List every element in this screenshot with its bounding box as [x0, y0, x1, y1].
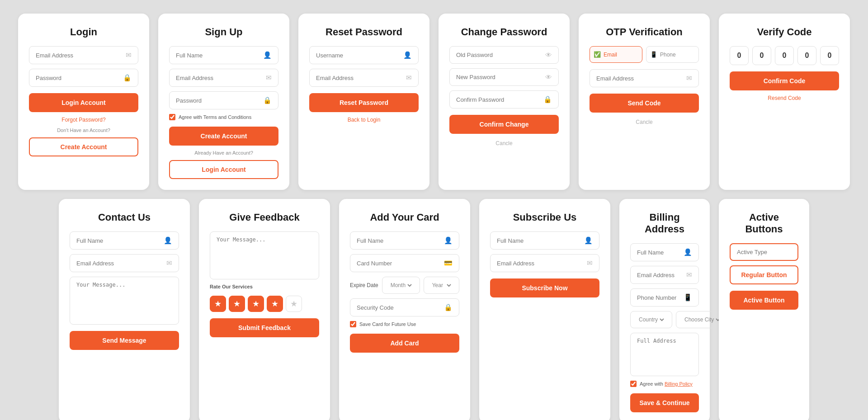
save-card-row: Save Card for Future Use — [350, 321, 459, 327]
otp-card: OTP Verification ✅ Email 📱 Phone ✉ Send … — [579, 14, 710, 190]
new-password-input[interactable] — [456, 74, 542, 80]
code-digit-2[interactable] — [752, 46, 771, 65]
login-email-input[interactable] — [36, 52, 123, 59]
billing-email-input[interactable] — [637, 272, 684, 278]
eye-icon: 👁 — [545, 73, 552, 81]
billing-address-input[interactable] — [637, 338, 692, 369]
confirm-change-button[interactable]: Confirm Change — [449, 115, 559, 134]
resend-code-link[interactable]: Resend Code — [730, 95, 839, 101]
billing-agree-checkbox[interactable] — [630, 381, 637, 387]
billing-country-wrap: Country — [630, 311, 672, 328]
phone-icon: 📱 — [650, 51, 657, 58]
card-icon: 💳 — [444, 259, 453, 267]
reset-password-button[interactable]: Reset Password — [309, 93, 419, 112]
signup-create-button[interactable]: Create Account — [169, 127, 278, 146]
contact-message-input[interactable] — [76, 282, 172, 318]
add-card-fullname-input[interactable] — [357, 237, 441, 244]
star-5[interactable]: ★ — [286, 296, 302, 312]
mail-icon: ✉ — [686, 74, 692, 82]
billing-policy-link[interactable]: Billing Policy — [665, 381, 693, 387]
signup-fullname-input[interactable] — [176, 52, 260, 59]
give-feedback-title: Give Feedback — [210, 212, 319, 223]
login-card: Login ✉ 🔒 Login Account Forgot Password?… — [18, 14, 149, 190]
agree-terms-checkbox[interactable] — [169, 114, 175, 120]
otp-tab-email-label: Email — [604, 52, 617, 58]
active-buttons-title: Active Buttons — [730, 212, 798, 235]
billing-phone-input[interactable] — [637, 294, 681, 301]
star-1[interactable]: ★ — [210, 296, 226, 312]
code-digit-5[interactable] — [820, 46, 839, 65]
code-digit-1[interactable] — [730, 46, 749, 65]
contact-us-card: Contact Us 👤 ✉ Send Message — [59, 199, 190, 420]
subscribe-email-input[interactable] — [497, 260, 584, 267]
person-icon: 👤 — [684, 248, 692, 256]
billing-fullname-input[interactable] — [637, 249, 681, 256]
person-icon: 👤 — [584, 236, 593, 245]
add-card-button[interactable]: Add Card — [350, 334, 459, 353]
change-password-card: Change Password 👁 👁 🔒 Confirm Change Can… — [439, 14, 570, 190]
billing-title: Billing Address — [630, 212, 699, 235]
login-account-button[interactable]: Login Account — [29, 93, 138, 112]
login-password-wrap: 🔒 — [29, 69, 138, 87]
billing-city-select[interactable]: Choose City — [683, 316, 722, 323]
save-card-checkbox[interactable] — [350, 321, 356, 327]
active-type-input[interactable] — [737, 249, 791, 255]
signup-email-input[interactable] — [176, 75, 263, 81]
year-select[interactable]: Year — [430, 282, 453, 289]
card-number-wrap: 💳 — [350, 254, 459, 272]
no-account-text: Don't Have an Account? — [29, 127, 138, 133]
change-cancel-text[interactable]: Cancle — [449, 140, 559, 146]
reset-email-input[interactable] — [316, 75, 403, 81]
otp-email-input[interactable] — [596, 75, 684, 82]
signup-password-input[interactable] — [176, 97, 260, 104]
billing-country-select[interactable]: Country — [637, 316, 665, 323]
reset-username-wrap: 👤 — [309, 46, 419, 64]
mail-icon: ✉ — [126, 51, 132, 59]
back-to-login-link[interactable]: Back to Login — [309, 117, 419, 123]
verify-code-card: Verify Code Confirm Code Resend Code — [719, 14, 850, 190]
signup-login-button[interactable]: Login Account — [169, 160, 278, 179]
subscribe-button[interactable]: Subscribe Now — [490, 278, 599, 297]
new-password-wrap: 👁 — [449, 68, 559, 86]
security-code-input[interactable] — [357, 304, 441, 311]
otp-cancel-text[interactable]: Cancle — [590, 119, 699, 125]
confirm-password-input[interactable] — [456, 96, 541, 103]
contact-fullname-input[interactable] — [76, 237, 161, 244]
feedback-message-input[interactable] — [217, 236, 312, 273]
billing-save-button[interactable]: Save & Continue — [630, 393, 699, 412]
star-3[interactable]: ★ — [248, 296, 264, 312]
confirm-code-button[interactable]: Confirm Code — [730, 71, 839, 90]
contact-us-title: Contact Us — [70, 212, 179, 223]
login-password-input[interactable] — [36, 75, 120, 81]
lock-icon: 🔒 — [123, 74, 132, 82]
otp-tab-phone-label: Phone — [660, 52, 676, 58]
change-password-title: Change Password — [449, 26, 559, 38]
subscribe-fullname-input[interactable] — [497, 237, 581, 244]
code-digit-4[interactable] — [797, 46, 816, 65]
person-icon: 👤 — [403, 51, 412, 59]
old-password-input[interactable] — [456, 52, 542, 58]
signup-title: Sign Up — [169, 26, 278, 38]
active-button[interactable]: Active Button — [730, 291, 798, 310]
regular-button[interactable]: Regular Button — [730, 265, 798, 284]
otp-tab-email[interactable]: ✅ Email — [590, 46, 642, 63]
agree-terms-row: Agree with Terms and Conditions — [169, 114, 278, 120]
otp-title: OTP Verification — [590, 26, 699, 38]
reset-username-input[interactable] — [316, 52, 401, 59]
mail-icon: ✉ — [587, 259, 593, 267]
card-number-input[interactable] — [357, 260, 441, 267]
code-digit-3[interactable] — [775, 46, 794, 65]
star-4[interactable]: ★ — [267, 296, 283, 312]
create-account-button[interactable]: Create Account — [29, 137, 138, 156]
month-select[interactable]: Month — [389, 282, 413, 289]
submit-feedback-button[interactable]: Submit Feedback — [210, 318, 319, 337]
star-2[interactable]: ★ — [229, 296, 245, 312]
otp-send-button[interactable]: Send Code — [590, 94, 699, 113]
signup-email-wrap: ✉ — [169, 69, 278, 87]
feedback-message-wrap — [210, 231, 319, 279]
confirm-password-wrap: 🔒 — [449, 90, 559, 109]
otp-tab-phone[interactable]: 📱 Phone — [646, 46, 699, 63]
forgot-password-link[interactable]: Forgot Password? — [29, 117, 138, 123]
contact-email-input[interactable] — [76, 260, 164, 267]
contact-send-button[interactable]: Send Message — [70, 331, 179, 350]
